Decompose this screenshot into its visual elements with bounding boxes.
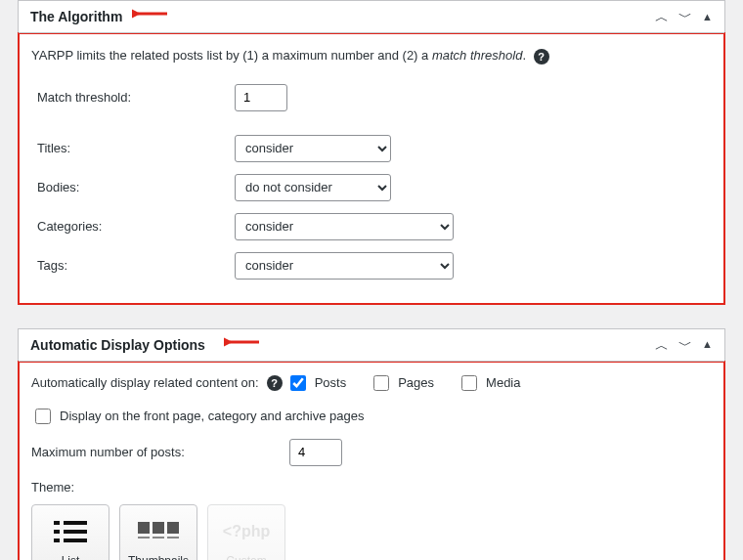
- callout-arrow-icon: [224, 333, 261, 351]
- move-up-icon[interactable]: ︿: [655, 10, 669, 23]
- theme-label: Theme:: [31, 480, 712, 495]
- theme-thumbs-label: Thumbnails: [128, 554, 189, 560]
- categories-select[interactable]: consider: [235, 213, 454, 240]
- move-down-icon[interactable]: ﹀: [678, 10, 692, 23]
- posts-checkbox-label[interactable]: Posts: [286, 372, 347, 394]
- intro-text-post: .: [522, 48, 526, 63]
- bodies-select[interactable]: do not consider: [235, 174, 391, 201]
- panel-controls: ︿ ﹀ ▲: [655, 10, 713, 23]
- max-posts-row: Maximum number of posts:: [31, 439, 712, 466]
- help-icon[interactable]: ?: [534, 49, 549, 65]
- media-checkbox[interactable]: [461, 375, 477, 391]
- auto-display-label: Automatically display related content on…: [31, 375, 259, 390]
- front-page-checkbox-label[interactable]: Display on the front page, category and …: [31, 406, 364, 427]
- match-threshold-label: Match threshold:: [31, 78, 235, 117]
- intro-text-em: match threshold: [432, 48, 523, 63]
- svg-rect-12: [153, 537, 164, 538]
- theme-list-label: List: [62, 554, 80, 560]
- svg-rect-10: [167, 522, 179, 534]
- max-posts-label: Maximum number of posts:: [31, 445, 282, 459]
- display-panel-header: Automatic Display Options ︿ ﹀ ▲: [19, 329, 724, 362]
- tags-select[interactable]: consider: [235, 252, 454, 280]
- svg-rect-13: [167, 537, 179, 538]
- toggle-icon[interactable]: ▲: [702, 339, 713, 350]
- theme-thumbnails-card[interactable]: Thumbnails: [119, 504, 197, 560]
- help-icon[interactable]: ?: [267, 375, 283, 391]
- callout-arrow-icon: [132, 5, 169, 22]
- front-page-row: Display on the front page, category and …: [31, 406, 712, 427]
- pages-checkbox[interactable]: [373, 375, 389, 391]
- toggle-icon[interactable]: ▲: [702, 12, 713, 22]
- categories-label: Categories:: [31, 207, 235, 246]
- posts-text: Posts: [315, 375, 347, 390]
- svg-rect-4: [54, 530, 60, 534]
- svg-rect-3: [64, 521, 87, 525]
- media-text: Media: [486, 375, 520, 390]
- display-body: Automatically display related content on…: [18, 361, 725, 560]
- algorithm-title: The Algorithm: [30, 9, 122, 24]
- pages-text: Pages: [398, 375, 434, 390]
- posts-checkbox[interactable]: [290, 375, 306, 391]
- theme-options: List Thumbnails <?php Custom: [31, 504, 712, 560]
- list-icon: [52, 513, 89, 550]
- algorithm-body: YARPP limits the related posts list by (…: [18, 32, 725, 305]
- bodies-label: Bodies:: [31, 168, 235, 207]
- front-page-text: Display on the front page, category and …: [60, 409, 364, 423]
- max-posts-input[interactable]: [289, 439, 342, 466]
- svg-rect-7: [64, 538, 87, 542]
- display-options-panel: Automatic Display Options ︿ ﹀ ▲ Automati…: [18, 328, 725, 560]
- svg-rect-9: [153, 522, 164, 534]
- theme-list-card[interactable]: List: [31, 504, 109, 560]
- auto-display-row: Automatically display related content on…: [31, 372, 712, 394]
- move-up-icon[interactable]: ︿: [655, 338, 669, 352]
- theme-custom-card[interactable]: <?php Custom: [207, 504, 285, 560]
- titles-select[interactable]: consider: [235, 135, 391, 162]
- svg-rect-8: [138, 522, 150, 534]
- svg-rect-2: [54, 521, 60, 525]
- algorithm-panel: The Algorithm ︿ ﹀ ▲ YARPP limits the rel…: [18, 0, 725, 305]
- media-checkbox-label[interactable]: Media: [458, 372, 520, 394]
- tags-label: Tags:: [31, 246, 235, 285]
- algorithm-intro: YARPP limits the related posts list by (…: [31, 48, 712, 65]
- svg-rect-11: [138, 537, 150, 538]
- php-icon: <?php: [223, 513, 270, 550]
- algorithm-fields: Match threshold: Titles: consider Bodies…: [31, 78, 712, 285]
- theme-custom-label: Custom: [226, 554, 266, 560]
- intro-text-pre: YARPP limits the related posts list by (…: [31, 48, 432, 63]
- move-down-icon[interactable]: ﹀: [678, 338, 692, 352]
- match-threshold-input[interactable]: [235, 84, 287, 111]
- algorithm-panel-header: The Algorithm ︿ ﹀ ▲: [19, 1, 724, 33]
- panel-controls: ︿ ﹀ ▲: [655, 338, 713, 352]
- thumbnails-icon: [136, 513, 181, 550]
- svg-rect-5: [64, 530, 87, 534]
- front-page-checkbox[interactable]: [35, 409, 51, 424]
- titles-label: Titles:: [31, 129, 235, 168]
- display-title: Automatic Display Options: [30, 337, 205, 353]
- pages-checkbox-label[interactable]: Pages: [370, 372, 434, 394]
- svg-rect-6: [54, 538, 60, 542]
